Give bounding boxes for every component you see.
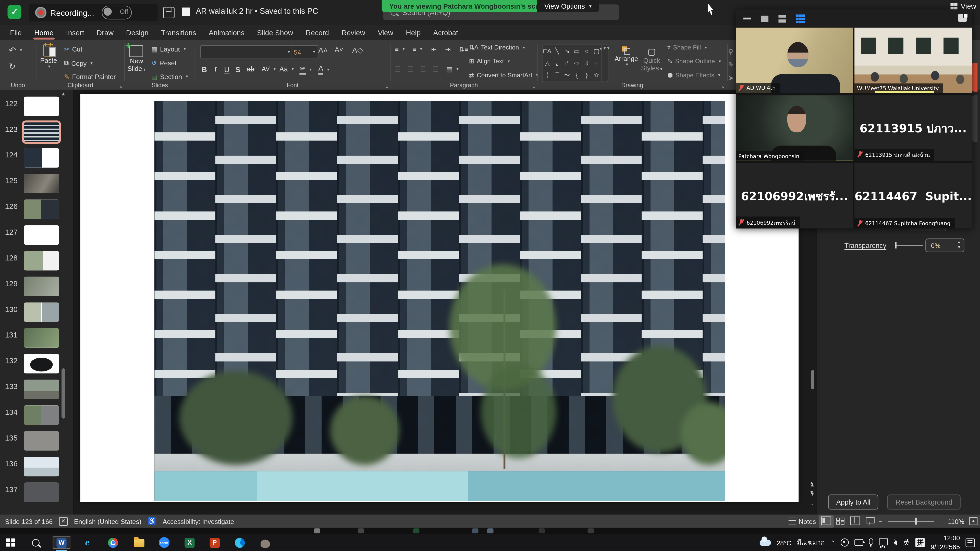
underline-button[interactable]: U bbox=[224, 65, 229, 74]
align-right-button[interactable]: ☰ bbox=[420, 65, 426, 73]
character-spacing-button[interactable]: AV▾ bbox=[262, 65, 275, 72]
autosave-recording-pill[interactable]: Recording... Off bbox=[29, 4, 158, 21]
font-size-combo[interactable]: 54▾ bbox=[291, 45, 318, 59]
tab-file[interactable]: File bbox=[4, 26, 28, 40]
participant-tile[interactable]: 62106992เพชรรั... 62106992เพชรรัตน์ bbox=[736, 163, 853, 229]
taskbar-search-button[interactable] bbox=[27, 537, 44, 548]
start-button[interactable] bbox=[3, 537, 19, 548]
grow-font-button[interactable]: A˄ bbox=[318, 46, 328, 55]
slide-thumbnail[interactable] bbox=[24, 483, 59, 502]
slide-thumbnail[interactable] bbox=[24, 122, 59, 142]
copy-button[interactable]: ⧉Copy▾ bbox=[64, 59, 93, 67]
tab-slide-show[interactable]: Slide Show bbox=[251, 26, 299, 40]
text-direction-button[interactable]: ⇅AText Direction▾ bbox=[469, 44, 525, 51]
section-button[interactable]: ▤Section▾ bbox=[151, 73, 188, 80]
taskbar-gimp-icon[interactable] bbox=[257, 537, 273, 548]
tab-design[interactable]: Design bbox=[120, 26, 155, 40]
tab-record[interactable]: Record bbox=[299, 26, 335, 40]
slide-thumbnail[interactable] bbox=[24, 174, 59, 193]
reset-button[interactable]: ↺Reset bbox=[151, 59, 177, 67]
speaker-view-icon[interactable] bbox=[761, 15, 769, 22]
taskbar-word-icon[interactable]: W bbox=[53, 537, 70, 548]
slide-sorter-view-button[interactable] bbox=[836, 517, 845, 525]
slide-thumbnail[interactable] bbox=[24, 200, 59, 219]
slide-thumbnail[interactable] bbox=[24, 380, 59, 399]
zoom-view-button[interactable]: View bbox=[951, 3, 976, 10]
slide-thumbnail[interactable] bbox=[24, 303, 59, 322]
align-left-button[interactable]: ☰ bbox=[395, 65, 401, 73]
paste-button[interactable]: Paste▾ bbox=[40, 44, 57, 69]
strip-view-icon[interactable] bbox=[778, 15, 786, 22]
popout-layout-icon[interactable] bbox=[958, 14, 967, 22]
apply-to-all-button[interactable]: Apply to All bbox=[828, 494, 879, 510]
paragraph-launcher-icon[interactable]: ⌞ bbox=[533, 83, 535, 89]
tab-transitions[interactable]: Transitions bbox=[155, 26, 203, 40]
tray-network-icon[interactable] bbox=[879, 538, 888, 545]
slide-thumbnail[interactable] bbox=[24, 405, 59, 425]
align-center-button[interactable]: ☰ bbox=[407, 65, 414, 73]
convert-smartart-button[interactable]: ⇄Convert to SmartArt▾ bbox=[469, 71, 538, 78]
taskbar-zoom-icon[interactable]: zoom bbox=[156, 537, 172, 548]
cut-button[interactable]: ✂Cut bbox=[64, 45, 83, 53]
clear-formatting-button[interactable]: A◇ bbox=[352, 46, 363, 55]
spellcheck-icon[interactable]: ✕ bbox=[59, 517, 68, 526]
bold-button[interactable]: B bbox=[202, 65, 207, 74]
bullets-button[interactable]: ≡▾ bbox=[395, 45, 405, 53]
slide-thumbnail[interactable] bbox=[24, 225, 59, 245]
gallery-view-icon[interactable] bbox=[796, 14, 805, 23]
undo-button[interactable]: ↶▾ bbox=[9, 45, 22, 55]
minimize-icon[interactable] bbox=[743, 17, 751, 19]
align-text-button[interactable]: ⊞Align Text▾ bbox=[469, 58, 510, 65]
slide-thumbnail[interactable] bbox=[24, 354, 59, 373]
language-indicator[interactable]: English (United States) bbox=[74, 517, 142, 525]
change-case-button[interactable]: Aa▾ bbox=[280, 65, 294, 73]
save-icon[interactable] bbox=[163, 7, 175, 18]
notification-center-icon[interactable] bbox=[966, 538, 975, 547]
slide-thumbnail[interactable] bbox=[24, 457, 59, 476]
tab-help[interactable]: Help bbox=[400, 26, 427, 40]
shape-gallery[interactable]: □A╲↘▭○▢ △⌞↱⇨⇩⌂ ╎⌒〜{}☆ ▲▼▼ bbox=[542, 44, 608, 83]
shape-fill-button[interactable]: ▿Shape Fill▾ bbox=[667, 44, 707, 51]
quick-styles-button[interactable]: ▢ Quick Styles▾ bbox=[641, 46, 662, 71]
shape-outline-button[interactable]: ✎Shape Outline▾ bbox=[667, 58, 721, 65]
tab-insert[interactable]: Insert bbox=[60, 26, 90, 40]
font-name-combo[interactable]: ▾ bbox=[200, 45, 293, 59]
tray-camera-icon[interactable] bbox=[855, 539, 863, 546]
taskbar-explorer-icon[interactable] bbox=[130, 537, 147, 548]
slide-thumbnail[interactable] bbox=[24, 277, 59, 296]
scroll-up-icon[interactable]: ▲ bbox=[61, 91, 66, 97]
notes-button[interactable]: Notes bbox=[789, 517, 816, 525]
pane-scroll-arrows[interactable]: ▲▼ bbox=[809, 479, 814, 497]
reading-view-button[interactable] bbox=[850, 516, 860, 526]
slide-thumbnail[interactable] bbox=[24, 328, 59, 348]
shape-effects-button[interactable]: ⬢Shape Effects▾ bbox=[667, 71, 720, 78]
reset-background-button[interactable]: Reset Background bbox=[887, 494, 961, 510]
taskbar-excel-icon[interactable]: X bbox=[181, 537, 198, 548]
fit-to-window-icon[interactable] bbox=[969, 517, 977, 525]
taskbar-ie-icon[interactable]: e bbox=[79, 537, 95, 548]
tab-draw[interactable]: Draw bbox=[90, 26, 120, 40]
tab-home[interactable]: Home bbox=[28, 26, 60, 40]
drawing-launcher-icon[interactable]: ⌞ bbox=[722, 83, 724, 89]
tray-record-icon[interactable] bbox=[841, 538, 849, 547]
taskbar-edge-icon[interactable] bbox=[232, 537, 248, 548]
decrease-indent-button[interactable]: ⇤ bbox=[431, 45, 437, 53]
slide-thumbnail[interactable] bbox=[24, 431, 59, 451]
temperature[interactable]: 28°C bbox=[776, 539, 791, 546]
view-options-button[interactable]: View Options▾ bbox=[537, 0, 599, 12]
tab-review[interactable]: Review bbox=[335, 26, 372, 40]
arrange-button[interactable]: Arrange▾ bbox=[614, 46, 638, 67]
transparency-value[interactable]: 0% ▲▼ bbox=[925, 238, 964, 252]
columns-button[interactable]: ▤▾ bbox=[446, 65, 458, 73]
zoom-slider[interactable] bbox=[888, 521, 934, 522]
tray-speaker-icon[interactable] bbox=[894, 540, 897, 545]
thumbnail-scrollbar[interactable]: ▲ bbox=[62, 92, 66, 512]
ime-pinyin-icon[interactable]: 拼 bbox=[915, 538, 925, 547]
font-launcher-icon[interactable]: ⌞ bbox=[386, 83, 388, 89]
tab-view[interactable]: View bbox=[372, 26, 400, 40]
tab-acrobat[interactable]: Acrobat bbox=[427, 26, 465, 40]
italic-button[interactable]: I bbox=[214, 65, 217, 75]
highlight-color-button[interactable]: ✏▾ bbox=[299, 64, 312, 75]
participant-tile[interactable]: 62114467 Supit... 62114467 Supitcha Foon… bbox=[854, 163, 972, 229]
shadow-button[interactable]: S bbox=[235, 65, 241, 74]
